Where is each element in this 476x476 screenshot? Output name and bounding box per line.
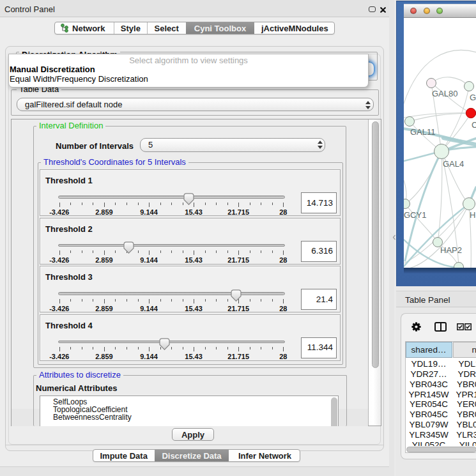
svg-text:H: H: [470, 210, 475, 220]
svg-text:G: G: [470, 93, 476, 102]
svg-text:C: C: [472, 120, 476, 130]
svg-text:HAP2: HAP2: [440, 245, 462, 255]
svg-text:GAL11: GAL11: [410, 127, 436, 137]
svg-text:GAL4: GAL4: [443, 159, 464, 169]
svg-text:GAL80: GAL80: [432, 89, 457, 98]
svg-text:GCY1: GCY1: [404, 210, 426, 220]
